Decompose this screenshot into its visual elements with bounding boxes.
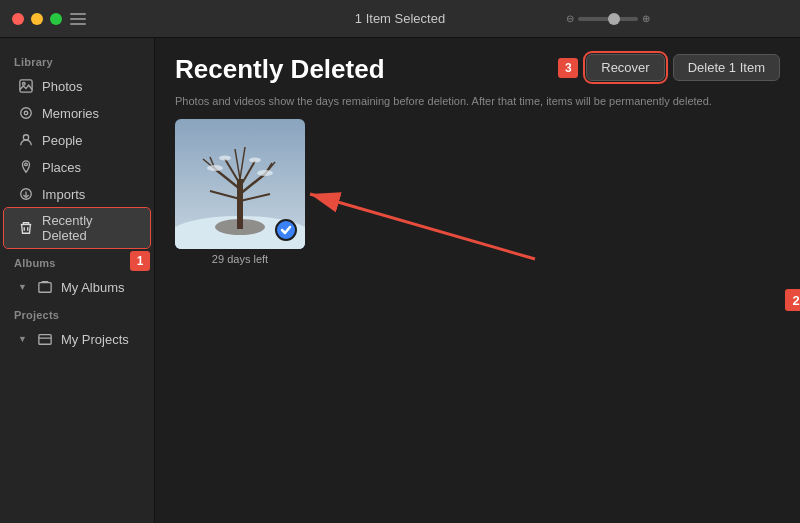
svg-point-34 (215, 219, 265, 235)
sidebar-item-recently-deleted[interactable]: Recently Deleted (4, 208, 150, 248)
step-1-badge-container: 1 (130, 251, 150, 271)
titlebar: ⊖ ⊕ 1 Item Selected (0, 0, 800, 38)
maximize-button[interactable] (50, 13, 62, 25)
svg-rect-12 (39, 283, 51, 293)
step-2-badge: 2 (785, 289, 800, 311)
zoom-thumb[interactable] (608, 13, 620, 25)
memories-label: Memories (42, 106, 99, 121)
photo-days-left: 29 days left (175, 253, 305, 265)
sidebar-item-my-projects[interactable]: ▼ My Projects (4, 326, 150, 352)
photo-grid: 29 days left (175, 119, 780, 265)
sidebar-item-my-albums[interactable]: ▼ My Albums (4, 274, 150, 300)
recently-deleted-label: Recently Deleted (42, 213, 136, 243)
imports-icon (18, 186, 34, 202)
photos-label: Photos (42, 79, 82, 94)
sidebar-item-memories[interactable]: Memories (4, 100, 150, 126)
photo-thumbnail[interactable] (175, 119, 305, 249)
trash-icon (18, 220, 34, 236)
people-label: People (42, 133, 82, 148)
zoom-out-icon: ⊖ (566, 13, 574, 24)
svg-point-3 (24, 111, 28, 115)
places-icon (18, 159, 34, 175)
header-actions: 3 Recover Delete 1 Item (558, 54, 780, 81)
main-layout: Library Photos Memories People Places (0, 38, 800, 523)
svg-point-30 (207, 165, 223, 171)
svg-rect-0 (20, 80, 32, 92)
content-description: Photos and videos show the days remainin… (155, 95, 800, 119)
sidebar-item-imports[interactable]: Imports (4, 181, 150, 207)
my-albums-arrow: ▼ (18, 282, 27, 292)
people-icon (18, 132, 34, 148)
recover-button[interactable]: Recover (586, 54, 664, 81)
minimize-button[interactable] (31, 13, 43, 25)
sidebar-toggle-icon[interactable] (70, 13, 86, 25)
svg-point-33 (249, 158, 261, 163)
my-projects-arrow: ▼ (18, 334, 27, 344)
svg-point-4 (23, 135, 28, 140)
content-area: Recently Deleted 3 Recover Delete 1 Item… (155, 38, 800, 523)
sidebar-item-photos[interactable]: Photos (4, 73, 150, 99)
page-title: Recently Deleted (175, 54, 385, 85)
sidebar-item-places[interactable]: Places (4, 154, 150, 180)
step-1-badge: 1 (130, 251, 150, 271)
photo-selected-check (275, 219, 297, 241)
sidebar: Library Photos Memories People Places (0, 38, 155, 523)
albums-icon (37, 279, 53, 295)
content-header: Recently Deleted 3 Recover Delete 1 Item (155, 38, 800, 95)
close-button[interactable] (12, 13, 24, 25)
svg-rect-13 (39, 335, 51, 345)
library-section-label: Library (0, 48, 154, 72)
svg-point-2 (21, 108, 32, 119)
window-controls (12, 13, 62, 25)
zoom-in-icon: ⊕ (642, 13, 650, 24)
imports-label: Imports (42, 187, 85, 202)
svg-point-32 (219, 156, 231, 161)
my-albums-label: My Albums (61, 280, 125, 295)
places-label: Places (42, 160, 81, 175)
projects-section-label: Projects (0, 301, 154, 325)
svg-point-1 (23, 83, 26, 86)
projects-icon (37, 331, 53, 347)
photos-icon (18, 78, 34, 94)
delete-button[interactable]: Delete 1 Item (673, 54, 780, 81)
zoom-slider[interactable] (578, 17, 638, 21)
zoom-slider-area: ⊖ ⊕ (566, 13, 650, 24)
photo-grid-container: 29 days left 2 (155, 119, 800, 523)
photo-item[interactable]: 29 days left (175, 119, 305, 265)
sidebar-toggle-area (70, 13, 86, 25)
window-title: 1 Item Selected (355, 11, 445, 26)
memories-icon (18, 105, 34, 121)
svg-point-31 (257, 170, 273, 176)
svg-point-5 (25, 163, 28, 166)
step-3-badge: 3 (558, 58, 578, 78)
my-projects-label: My Projects (61, 332, 129, 347)
sidebar-item-people[interactable]: People (4, 127, 150, 153)
